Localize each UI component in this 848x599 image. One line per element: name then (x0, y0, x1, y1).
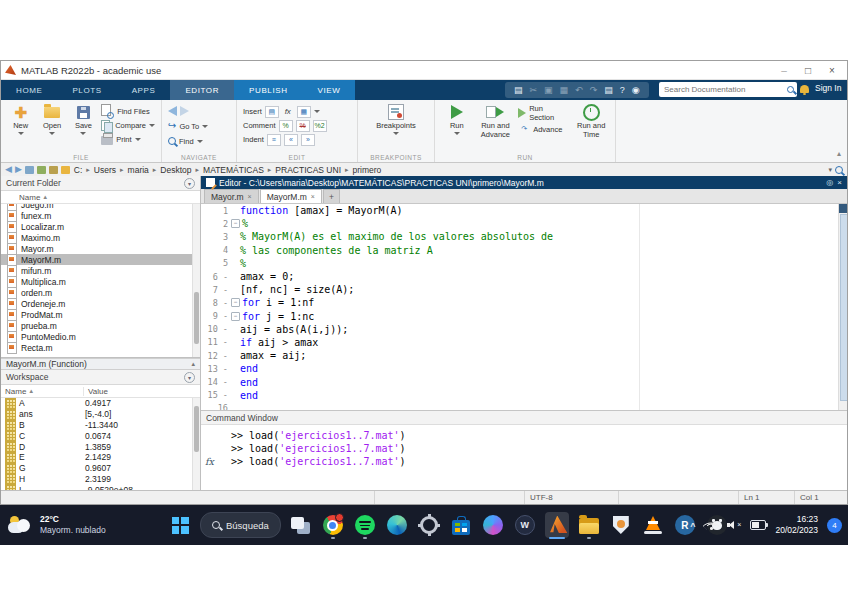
command-window[interactable]: >> load('ejercicios1..7.mat')>> load('ej… (201, 425, 847, 490)
code-line[interactable]: 5% (201, 257, 847, 270)
code-line[interactable]: 13 -end (201, 362, 847, 375)
speaker-icon[interactable]: × (727, 520, 741, 530)
run-section-button[interactable]: Run Section (518, 107, 569, 119)
file-row[interactable]: ProdMat.m (1, 309, 200, 320)
message-indicator[interactable] (839, 204, 847, 213)
workspace-row[interactable]: G0.9607 (1, 463, 200, 474)
workspace-row[interactable]: A0.4917 (1, 398, 200, 409)
file-row[interactable]: Multiplica.m (1, 276, 200, 287)
file-row[interactable]: funex.m (1, 210, 200, 221)
taskbar-chrome-button[interactable] (321, 512, 345, 538)
workspace-row[interactable]: C0.0674 (1, 430, 200, 441)
taskbar-store-button[interactable] (449, 512, 473, 538)
scrollbar-thumb[interactable] (840, 214, 847, 401)
browse-folder-icon[interactable] (37, 166, 46, 174)
ribbon-tab-publish[interactable]: PUBLISH (234, 80, 302, 100)
taskbar-matlab-button[interactable] (545, 512, 569, 538)
battery-icon[interactable] (750, 520, 766, 530)
sign-in-link[interactable]: Sign In (815, 83, 841, 93)
editor-tab[interactable]: MayorM.m× (260, 189, 322, 203)
documentation-search[interactable] (659, 82, 797, 97)
indent-left-icon[interactable]: « (284, 134, 298, 146)
file-details-bar[interactable]: MayorM.m (Function) ▴ (1, 358, 200, 370)
notification-badge[interactable]: 4 (827, 518, 842, 533)
breakpoints-button[interactable]: Breakpoints (370, 103, 422, 151)
run-and-time-button[interactable]: Run and Time (573, 103, 609, 151)
taskbar-start-button[interactable] (168, 512, 192, 538)
uncomment-icon[interactable]: % (296, 120, 310, 132)
search-icon[interactable] (787, 86, 794, 93)
code-line[interactable]: 9 -−for j = 1:nc (201, 310, 847, 323)
code-line[interactable]: 4% las componentes de la matriz A (201, 244, 847, 257)
indent-right-icon[interactable]: » (301, 134, 315, 146)
ribbon-tab-apps[interactable]: APPS (117, 80, 171, 100)
new-tab-button[interactable]: + (323, 189, 340, 203)
workspace-row[interactable]: E2.1429 (1, 452, 200, 463)
comment-icon[interactable]: % (279, 120, 293, 132)
quick-community-icon[interactable]: ◉ (632, 86, 640, 95)
collapse-details-icon[interactable]: ▴ (191, 360, 195, 368)
breadcrumb-segment[interactable]: PRACTICAS UNI (274, 165, 342, 175)
code-line[interactable]: 10 -aij = abs(A(i,j)); (201, 323, 847, 336)
close-panel-icon[interactable]: × (837, 178, 842, 187)
compare-button[interactable]: Compare (101, 119, 155, 131)
file-row[interactable]: MayorM.m (1, 254, 200, 265)
minimize-button[interactable]: – (773, 65, 795, 76)
code-line[interactable]: 6 -amax = 0; (201, 270, 847, 283)
open-button[interactable]: Open (38, 103, 65, 151)
code-line[interactable]: 12 -amax = aij; (201, 349, 847, 362)
go-to-button[interactable]: ↪ Go To (168, 120, 208, 132)
forward-arrow-icon[interactable] (180, 106, 189, 116)
fold-icon[interactable]: − (231, 219, 240, 228)
name-column-header[interactable]: Name (19, 193, 40, 202)
code-line[interactable]: 1function [amax] = MayorM(A) (201, 204, 847, 217)
quick-print-icon[interactable]: ▤ (604, 86, 613, 95)
file-row[interactable]: Recta.m (1, 342, 200, 353)
print-button[interactable]: Print (101, 133, 155, 145)
file-row[interactable]: PuntoMedio.m (1, 331, 200, 342)
panel-menu-icon[interactable]: ▾ (184, 178, 195, 189)
code-line[interactable]: 14 -end (201, 375, 847, 388)
folder-icon[interactable] (61, 166, 70, 174)
hidden-icons-chevron[interactable]: ^ (690, 521, 695, 531)
editor-tab[interactable]: Mayor.m× (204, 189, 259, 203)
code-line[interactable]: 3% MayorM(A) es el maximo de los valores… (201, 230, 847, 243)
run-button[interactable]: Run (441, 103, 473, 151)
quick-save-icon[interactable]: ▤ (514, 86, 523, 95)
taskbar-search[interactable]: Búsqueda (200, 512, 281, 538)
taskbar-w-app-button[interactable]: W (513, 512, 537, 538)
workspace-row[interactable]: ans[5,-4.0] (1, 409, 200, 420)
editor-scrollbar[interactable] (838, 204, 847, 410)
taskbar-settings-button[interactable] (417, 512, 441, 538)
panel-actions-icon[interactable]: ◎ (826, 178, 833, 187)
clock[interactable]: 16:23 20/02/2023 (775, 514, 818, 536)
file-row[interactable]: Mayor.m (1, 243, 200, 254)
ribbon-tab-home[interactable]: HOME (1, 80, 57, 100)
save-button[interactable]: Save (70, 103, 97, 151)
maximize-button[interactable]: □ (797, 65, 819, 76)
wrap-comments-icon[interactable]: %2 (313, 120, 327, 132)
taskbar-task-view-button[interactable] (289, 512, 313, 538)
command-line[interactable]: >> load('ejercicios1..7.mat') (231, 443, 847, 456)
collapse-ribbon-icon[interactable]: ▴ (837, 149, 841, 158)
quick-cut-icon[interactable]: ✂ (530, 86, 538, 95)
scrollbar-thumb[interactable] (194, 292, 199, 344)
breadcrumb-segment[interactable]: maria (127, 165, 150, 175)
folder-stack-icon[interactable] (49, 166, 58, 174)
wifi-icon[interactable] (704, 520, 718, 531)
folder-up-icon[interactable] (25, 166, 34, 174)
file-row[interactable]: Ordeneje.m (1, 298, 200, 309)
search-input[interactable] (662, 84, 787, 95)
fold-icon[interactable]: − (231, 298, 240, 307)
taskbar-vlc-button[interactable] (641, 512, 665, 538)
file-row[interactable]: Localizar.m (1, 221, 200, 232)
breadcrumb-segment[interactable]: Desktop (159, 165, 192, 175)
taskbar-copilot-button[interactable] (481, 512, 505, 538)
close-tab-icon[interactable]: × (311, 193, 315, 200)
file-list-scrollbar[interactable] (192, 204, 200, 357)
command-line[interactable]: >> load('ejercicios1..7.mat') (231, 430, 847, 443)
taskbar-edge-button[interactable] (385, 512, 409, 538)
ribbon-tab-editor[interactable]: EDITOR (170, 80, 234, 100)
file-row[interactable]: Maximo.m (1, 232, 200, 243)
file-row[interactable]: prueba.m (1, 320, 200, 331)
